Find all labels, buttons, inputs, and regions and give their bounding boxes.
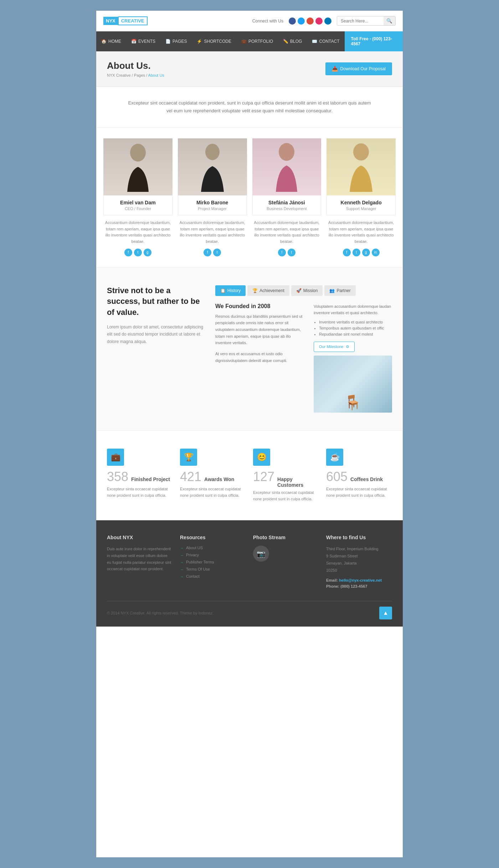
footer-phone: Phone: (000) 123-4567: [326, 584, 392, 588]
site-logo[interactable]: NYX CREATIVE: [103, 16, 148, 25]
coffee-icon: ☕: [330, 453, 340, 462]
quote-sub: Lorem ipsum dolor sit amet, consectetur …: [107, 323, 205, 345]
team-photo-4: [326, 138, 396, 195]
stat-desc-3: Excepteur sinta occaecat cupidatat none …: [253, 490, 319, 502]
stat-awards-won: 🏆 421 Awards Won Excepteur sinta occaeca…: [180, 449, 246, 502]
milestone-button[interactable]: Our Milestone ⚙: [314, 342, 355, 352]
nav-blog[interactable]: ✏️ BLOG: [278, 34, 307, 49]
tab-body2: At vero eos et accusamus et iusto odio d…: [215, 351, 307, 364]
team-card-2: Mirko Barone Project Manager Accusantium…: [178, 138, 247, 256]
twitter-icon-3[interactable]: t: [288, 249, 295, 256]
nav-pages[interactable]: 📄 PAGES: [160, 34, 192, 49]
nav-home[interactable]: 🏠 HOME: [96, 34, 126, 49]
stat-icon-box-2: 🏆: [180, 449, 197, 466]
google-icon-4[interactable]: g: [362, 249, 370, 256]
footer-about-text: Duis aute irure dolor in reprehenderit i…: [107, 546, 173, 572]
chair-icon: 🪑: [344, 394, 362, 411]
team-card-3: Stefánia Jánosi Business Development Acc…: [252, 138, 321, 256]
team-photo-3: [252, 138, 321, 195]
team-name-2: Mirko Barone: [182, 200, 243, 205]
blog-icon: ✏️: [283, 39, 288, 44]
svg-point-1: [205, 144, 220, 160]
instagram-icon[interactable]: [315, 17, 323, 25]
stat-number-row-2: 421 Awards Won: [180, 469, 246, 484]
footer-link-about[interactable]: → About US: [180, 546, 246, 550]
office-image: 🪑: [314, 356, 392, 413]
footer-link-terms[interactable]: → Terms Of Use: [180, 567, 246, 571]
logo-creative: CREATIVE: [118, 16, 148, 25]
search-button[interactable]: 🔍: [384, 16, 395, 25]
stat-happy-customers: 😊 127 Happy Customers Excepteur sinta oc…: [253, 449, 319, 502]
facebook-icon-2[interactable]: f: [204, 249, 211, 256]
tab-partner[interactable]: 👥 Partner: [324, 285, 355, 296]
page-title: About Us.: [107, 60, 164, 71]
twitter-icon-1[interactable]: t: [134, 249, 142, 256]
main-nav: 🏠 HOME 📅 EVENTS 📄 PAGES ⚡ SHORTCODE 💼 PO…: [96, 31, 403, 51]
arrow-icon-3: →: [180, 560, 184, 564]
linkedin-icon-4[interactable]: in: [372, 249, 380, 256]
search-input[interactable]: [337, 17, 384, 25]
person3-silhouette: [272, 142, 301, 192]
back-to-top-button[interactable]: ▲: [379, 607, 392, 619]
team-photo-2: [178, 138, 247, 195]
team-grid: Emiel van Dam CEO / Founder Accusantium …: [103, 138, 396, 256]
linkedin-icon[interactable]: [324, 17, 331, 25]
quote-text: Strive not to be a success, but rather t…: [107, 285, 205, 318]
footer-link-privacy[interactable]: → Privacy: [180, 553, 246, 557]
facebook-icon-1[interactable]: f: [124, 249, 132, 256]
search-box[interactable]: 🔍: [337, 16, 396, 26]
download-proposal-button[interactable]: 📥 Download Our Proposal: [325, 62, 392, 75]
site-header: NYX CREATIVE Connect with Us 🔍: [96, 11, 403, 31]
stat-label-4: Coffees Drink: [350, 476, 383, 482]
stat-desc-2: Excepteur sinta occaecat cupidatat none …: [180, 486, 246, 499]
office-bg: 🪑: [314, 356, 392, 413]
nav-contact[interactable]: ✉️ CONTACT: [307, 34, 344, 49]
team-section: Emiel van Dam CEO / Founder Accusantium …: [96, 128, 403, 267]
tab-achievement[interactable]: 🏆 Achievement: [247, 285, 289, 296]
tab-content: We Founded in 2008 Resmos ducimus qui bl…: [215, 303, 392, 413]
google-icon-1[interactable]: g: [144, 249, 151, 256]
breadcrumb-pages[interactable]: Pages: [134, 73, 145, 77]
briefcase-icon: 💼: [111, 453, 120, 462]
arrow-icon-1: →: [180, 546, 184, 550]
social-icons: [289, 17, 331, 25]
team-role-1: CEO / Founder: [107, 206, 169, 211]
team-name-3: Stefánia Jánosi: [256, 200, 318, 205]
twitter-icon-4[interactable]: t: [353, 249, 360, 256]
google-icon[interactable]: [307, 17, 314, 25]
photostream-grid: [273, 546, 276, 583]
shortcode-icon: ⚡: [197, 39, 202, 44]
nav-events[interactable]: 📅 EVENTS: [126, 34, 160, 49]
twitter-icon-2[interactable]: t: [213, 249, 221, 256]
team-name-4: Kenneth Delgado: [330, 200, 392, 205]
tab-founded: We Founded in 2008: [215, 303, 307, 310]
facebook-icon-4[interactable]: f: [343, 249, 351, 256]
tab-history[interactable]: 📋 History: [215, 285, 246, 296]
team-role-4: Support Manager: [330, 206, 392, 211]
intro-text: Excepteur sint occaecat cupidatat non pr…: [125, 99, 374, 115]
person1-silhouette: [124, 142, 152, 192]
logo-nyx: NYX: [103, 17, 118, 25]
svg-point-2: [279, 143, 294, 161]
nav-portfolio[interactable]: 💼 PORTFOLIO: [236, 34, 278, 49]
twitter-icon[interactable]: [298, 17, 305, 25]
breadcrumb-home[interactable]: NYX Creative: [107, 73, 131, 77]
nav-items: 🏠 HOME 📅 EVENTS 📄 PAGES ⚡ SHORTCODE 💼 PO…: [96, 34, 345, 49]
svg-point-0: [130, 144, 146, 162]
stat-icon-box-1: 💼: [107, 449, 124, 466]
footer-grid: About NYX Duis aute irure dolor in repre…: [107, 535, 392, 590]
smile-icon: 😊: [257, 453, 267, 462]
tab-mission[interactable]: 🚀 Mission: [291, 285, 323, 296]
mission-tab-icon: 🚀: [296, 288, 302, 293]
team-social-4: f t g in: [326, 249, 396, 256]
header-right: Connect with Us 🔍: [252, 16, 396, 26]
footer-link-publisher[interactable]: → Publisher Terms: [180, 560, 246, 564]
team-bio-1: Accusantium doloremque laudantium, totam…: [103, 220, 173, 245]
stat-number-row-4: 605 Coffees Drink: [326, 469, 392, 484]
footer-photostream-col: Photo Stream 📷: [253, 535, 319, 590]
nav-shortcode[interactable]: ⚡ SHORTCODE: [192, 34, 236, 49]
stat-label-2: Awards Won: [204, 476, 234, 482]
footer-link-contact[interactable]: → Contact: [180, 574, 246, 578]
facebook-icon[interactable]: [289, 17, 296, 25]
facebook-icon-3[interactable]: f: [278, 249, 286, 256]
